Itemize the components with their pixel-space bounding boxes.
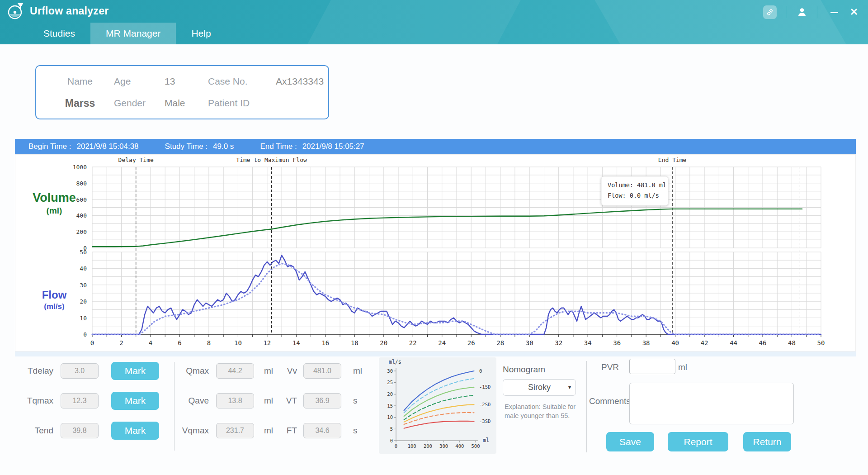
svg-text:-1SD: -1SD <box>479 384 491 390</box>
report-button[interactable]: Report <box>668 432 728 451</box>
header-decoration <box>292 0 530 44</box>
svg-text:500: 500 <box>472 443 480 449</box>
vt-unit: s <box>353 396 367 406</box>
svg-text:Time to Maximun Flow: Time to Maximun Flow <box>236 157 307 163</box>
comments-textarea[interactable] <box>629 383 794 424</box>
svg-text:0: 0 <box>90 339 94 347</box>
section-divider <box>174 362 175 451</box>
svg-text:ml: ml <box>483 437 489 443</box>
svg-text:10: 10 <box>80 315 87 322</box>
patient-age-value: 13 <box>165 76 208 87</box>
svg-text:0: 0 <box>479 368 482 374</box>
patient-case-value: Ax1343343 <box>276 76 324 87</box>
tdelay-row: Tdelay 3.0 Mark <box>21 362 159 380</box>
link-button[interactable] <box>763 5 777 19</box>
chart-bottom-strip <box>15 352 856 356</box>
tend-mark-button[interactable]: Mark <box>111 422 159 440</box>
patient-gender-label: Gender <box>114 98 165 109</box>
svg-text:18: 18 <box>351 339 359 347</box>
section-divider <box>586 361 587 452</box>
patient-gender-value: Male <box>165 98 208 109</box>
close-icon: ✕ <box>850 6 858 18</box>
svg-text:20: 20 <box>387 391 393 397</box>
tend-label: Tend <box>21 426 53 436</box>
ft-unit: s <box>353 426 367 436</box>
svg-text:Volume: 481.0 ml: Volume: 481.0 ml <box>608 181 666 189</box>
link-icon <box>766 8 774 16</box>
nomogram-chart: 0510152025300100200300400500ml/sml0-1SD-… <box>379 357 496 454</box>
return-button[interactable]: Return <box>743 432 791 451</box>
pvr-label: PVR <box>601 362 619 372</box>
svg-text:15: 15 <box>387 403 393 408</box>
svg-text:48: 48 <box>788 339 796 347</box>
nomogram-chart-canvas: 0510152025300100200300400500ml/sml0-1SD-… <box>379 357 496 454</box>
tqmax-row: Tqmax 12.3 Mark <box>21 392 159 410</box>
uroflow-chart[interactable]: 0246810121416182022242628303234363840424… <box>15 154 856 352</box>
app-logo-icon <box>5 2 25 22</box>
svg-text:22: 22 <box>409 339 417 347</box>
svg-text:4: 4 <box>149 339 152 347</box>
svg-text:30: 30 <box>80 282 87 289</box>
tdelay-mark-button[interactable]: Mark <box>111 362 159 380</box>
pvr-input[interactable] <box>629 359 675 374</box>
user-icon <box>797 7 807 18</box>
nomogram-explanation: Explanation: Suitable for male younger t… <box>505 403 577 420</box>
save-button[interactable]: Save <box>606 432 654 451</box>
minimize-button[interactable] <box>827 5 841 19</box>
svg-text:8: 8 <box>207 339 211 347</box>
nomogram-select[interactable]: Siroky ▾ <box>503 379 576 396</box>
svg-text:1000: 1000 <box>73 164 87 171</box>
nav-item-help[interactable]: Help <box>176 23 226 44</box>
patient-age-label: Age <box>114 76 165 87</box>
vt-value: 36.9 <box>303 393 341 408</box>
separator <box>786 6 786 18</box>
svg-text:10: 10 <box>387 414 393 420</box>
svg-text:16: 16 <box>321 339 329 347</box>
tend-row: Tend 39.8 Mark <box>21 422 159 440</box>
svg-text:38: 38 <box>642 339 650 347</box>
svg-text:Delay Time: Delay Time <box>118 157 154 163</box>
svg-text:20: 20 <box>80 298 87 305</box>
user-button[interactable] <box>795 5 809 19</box>
svg-text:28: 28 <box>496 339 504 347</box>
patient-case-label: Case No. <box>208 76 276 87</box>
svg-text:44: 44 <box>730 339 737 347</box>
flow-axis-title: Flow (ml/s) <box>33 289 75 311</box>
nav-item-mr-manager[interactable]: MR Manager <box>90 23 176 44</box>
study-time-label: Study Time : <box>165 142 208 151</box>
tdelay-label: Tdelay <box>21 366 53 376</box>
nomogram-title: Nomogram <box>503 365 545 375</box>
nav-item-studies[interactable]: Studies <box>28 23 90 44</box>
vqmax-label: Vqmax <box>176 426 209 436</box>
svg-text:10: 10 <box>234 339 242 347</box>
main-nav: Studies MR Manager Help <box>0 23 226 44</box>
svg-text:26: 26 <box>467 339 475 347</box>
svg-text:0: 0 <box>390 438 393 443</box>
svg-text:Flow: 0.0 ml/s: Flow: 0.0 ml/s <box>608 192 659 199</box>
qave-vt-row: Qave 13.8 ml VT 36.9 s <box>176 392 367 410</box>
tqmax-mark-button[interactable]: Mark <box>111 392 159 410</box>
svg-text:ml/s: ml/s <box>389 359 401 365</box>
pvr-unit: ml <box>678 362 687 372</box>
svg-text:40: 40 <box>80 265 87 272</box>
svg-text:2: 2 <box>119 339 123 347</box>
qmax-label: Qmax <box>176 366 209 376</box>
uroflow-chart-canvas[interactable]: 0246810121416182022242628303234363840424… <box>15 155 856 352</box>
svg-text:46: 46 <box>759 339 767 347</box>
app-header: Urflow analyzer ✕ Studies <box>0 0 868 44</box>
qave-label: Qave <box>176 396 209 406</box>
close-button[interactable]: ✕ <box>846 5 862 19</box>
svg-text:30: 30 <box>387 368 393 374</box>
vqmax-unit: ml <box>264 426 278 436</box>
svg-text:100: 100 <box>408 443 416 449</box>
end-time-label: End Time : <box>260 142 297 151</box>
svg-text:300: 300 <box>439 443 448 449</box>
patient-info-card: Name Age 13 Case No. Ax1343343 Marss Gen… <box>35 65 329 119</box>
chevron-down-icon: ▾ <box>568 384 571 390</box>
qmax-vv-row: Qmax 44.2 ml Vv 481.0 ml <box>176 362 367 380</box>
minimize-icon <box>830 12 838 13</box>
svg-text:30: 30 <box>526 339 533 347</box>
svg-text:36: 36 <box>613 339 621 347</box>
begin-time-label: Begin Time : <box>28 142 71 151</box>
svg-text:0: 0 <box>395 443 397 449</box>
